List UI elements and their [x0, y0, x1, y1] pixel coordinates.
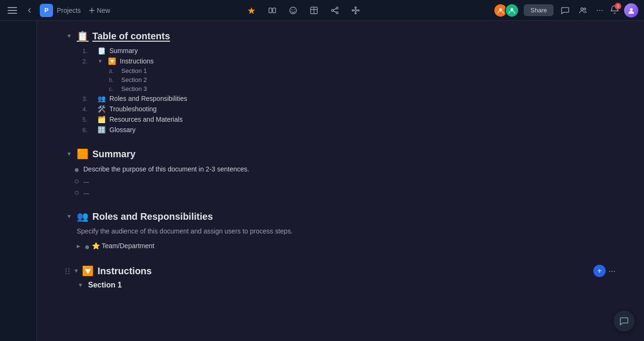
- toc-icon-2: 🔽: [108, 57, 116, 65]
- projects-link[interactable]: Projects: [57, 7, 81, 14]
- columns-icon[interactable]: [266, 4, 279, 17]
- toc-icon: 📋: [77, 30, 89, 42]
- summary-chevron[interactable]: ▼: [65, 150, 73, 158]
- svg-point-17: [358, 9, 359, 11]
- toc-label-5[interactable]: Resources and Materials: [109, 116, 183, 123]
- svg-point-16: [352, 9, 354, 11]
- roles-chevron[interactable]: ▼: [65, 213, 73, 220]
- drag-handle[interactable]: [65, 268, 70, 274]
- share-icon[interactable]: [328, 4, 341, 17]
- more-button[interactable]: ···: [594, 5, 605, 15]
- svg-point-8: [336, 7, 338, 9]
- svg-point-26: [630, 8, 633, 11]
- app-icon: P: [40, 4, 53, 17]
- toc-item-4: 4. 🛠️ Troubleshooting: [82, 104, 616, 114]
- chat-button[interactable]: [614, 311, 635, 332]
- summary-desc: Describe the purpose of this document in…: [83, 165, 249, 173]
- comments-icon[interactable]: [558, 4, 572, 17]
- roles-bullet-chevron[interactable]: ▶: [75, 242, 82, 250]
- svg-rect-1: [273, 8, 276, 13]
- roles-bullets: ▶ ⭐ Team/Department: [65, 240, 616, 251]
- svg-point-4: [294, 9, 295, 10]
- table-icon[interactable]: [307, 4, 321, 17]
- toc-chevron-2[interactable]: ▼: [98, 58, 104, 64]
- summary-bullets: Describe the purpose of this document in…: [65, 163, 616, 197]
- instructions-actions: + ···: [593, 265, 616, 277]
- summary-bullet-2: ...: [75, 175, 616, 186]
- toc-section: ▼ 📋 Table of contents 1. 🗒️ Summary 2. ▼…: [65, 30, 616, 135]
- bullet-dot-outline-2: [75, 191, 79, 195]
- toc-item-3: 3. 👥 Roles and Responsibilities: [82, 93, 616, 104]
- roles-header: ▼ 👥 Roles and Responsibilities: [65, 211, 616, 222]
- svg-point-14: [355, 7, 357, 8]
- notification-badge[interactable]: 5: [610, 5, 619, 16]
- instructions-section: ▼ 🔽 Instructions + ··· ▼ Section 1: [65, 265, 616, 289]
- toc-sub-label-b[interactable]: Section 2: [121, 76, 147, 83]
- toc-sub-item-a: a. Section 1: [109, 66, 616, 75]
- toc-sub-num-a: a.: [109, 68, 118, 74]
- user-avatar[interactable]: [624, 3, 638, 18]
- toc-sub-label-a[interactable]: Section 1: [121, 67, 147, 74]
- topbar-center: [245, 4, 362, 17]
- share-button[interactable]: Share: [524, 4, 554, 16]
- instructions-title: 🔽 Instructions: [82, 265, 152, 277]
- summary-bullet-text-3: ...: [83, 188, 89, 196]
- summary-icon: 🟧: [77, 148, 89, 160]
- toc-sub-item-b: b. Section 2: [109, 75, 616, 84]
- svg-point-3: [292, 9, 293, 10]
- svg-point-24: [581, 8, 583, 10]
- svg-point-25: [584, 8, 586, 10]
- roles-bullet-1: ▶ ⭐ Team/Department: [75, 240, 616, 251]
- toc-sub-label-c[interactable]: Section 3: [121, 85, 147, 92]
- instructions-chevron[interactable]: ▼: [72, 267, 80, 275]
- emoji-icon[interactable]: [286, 4, 300, 17]
- toc-sub-item-c: c. Section 3: [109, 84, 616, 93]
- topbar-right: Share ··· 5: [493, 3, 638, 18]
- star-icon[interactable]: [245, 4, 258, 17]
- toc-label-3[interactable]: Roles and Responsibilities: [109, 95, 187, 102]
- toc-sub-list: a. Section 1 b. Section 2 c. Section 3: [82, 66, 616, 93]
- toc-label-1[interactable]: Summary: [109, 47, 138, 54]
- new-button[interactable]: New: [85, 5, 114, 16]
- topbar: P Projects New: [0, 0, 644, 21]
- network-icon[interactable]: [349, 4, 362, 17]
- toc-num-4: 4.: [82, 106, 94, 113]
- toc-list: 1. 🗒️ Summary 2. ▼ 🔽 Instructions a. Sec…: [65, 45, 616, 135]
- summary-section: ▼ 🟧 Summary Describe the purpose of this…: [65, 148, 616, 197]
- hamburger-menu[interactable]: [6, 4, 19, 17]
- instructions-icon: 🔽: [82, 265, 94, 277]
- toc-label-6[interactable]: Glossary: [109, 126, 135, 134]
- toc-num-5: 5.: [82, 116, 94, 123]
- section1-chevron[interactable]: ▼: [77, 281, 84, 289]
- toc-num-1: 1.: [82, 47, 94, 54]
- section1-title: Section 1: [88, 281, 122, 289]
- avatar-stack: [493, 3, 519, 18]
- svg-point-15: [355, 12, 357, 14]
- toc-item-2: 2. ▼ 🔽 Instructions: [82, 56, 616, 66]
- toc-label-4[interactable]: Troubleshooting: [109, 105, 157, 113]
- roles-section: ▼ 👥 Roles and Responsibilities Specify t…: [65, 211, 616, 251]
- instructions-row: ▼ 🔽 Instructions + ···: [65, 265, 616, 277]
- toc-sub-num-b: b.: [109, 77, 118, 83]
- toc-icon-5: 🗂️: [98, 116, 106, 123]
- toc-num-6: 6.: [82, 126, 94, 134]
- summary-bullet-text-2: ...: [83, 177, 89, 184]
- roles-bullet-dot: [85, 245, 89, 249]
- toc-chevron[interactable]: ▼: [65, 32, 73, 40]
- svg-point-23: [510, 8, 513, 11]
- bullet-dot-1: [75, 168, 79, 172]
- notification-count: 5: [615, 3, 621, 9]
- back-button[interactable]: [23, 4, 36, 17]
- roles-title: 👥 Roles and Responsibilities: [77, 211, 213, 222]
- toc-item-6: 6. 🔠 Glossary: [82, 125, 616, 135]
- more-options-button[interactable]: ···: [608, 266, 616, 276]
- toc-label-2[interactable]: Instructions: [120, 57, 154, 65]
- users-icon[interactable]: [576, 4, 590, 17]
- section1-header: ▼ Section 1: [77, 281, 616, 289]
- toc-icon-6: 🔠: [98, 126, 106, 134]
- toc-title: 📋 Table of contents: [77, 30, 170, 42]
- toc-item-5: 5. 🗂️ Resources and Materials: [82, 114, 616, 125]
- avatar-user2[interactable]: [505, 3, 519, 18]
- add-button[interactable]: +: [593, 265, 606, 277]
- topbar-left: P Projects New: [6, 4, 114, 17]
